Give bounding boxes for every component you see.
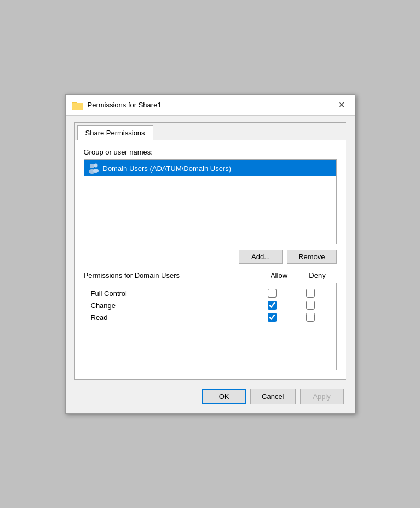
ok-button[interactable]: OK xyxy=(202,389,246,404)
svg-point-6 xyxy=(93,169,99,173)
permissions-for-label: Permissions for Domain Users xyxy=(84,271,260,279)
change-allow-cell xyxy=(253,301,291,310)
svg-rect-2 xyxy=(72,103,83,110)
group-label: Group or user names: xyxy=(84,148,337,156)
perm-row-change: Change xyxy=(91,301,330,310)
perm-row-full-control: Full Control xyxy=(91,289,330,298)
read-allow-checkbox[interactable] xyxy=(268,313,277,322)
add-remove-row: Add... Remove xyxy=(84,250,337,264)
tab-container: Share Permissions Group or user names: xyxy=(74,122,346,380)
deny-column-header: Deny xyxy=(298,271,337,279)
dialog-title: Permissions for Share1 xyxy=(88,101,162,109)
svg-point-5 xyxy=(94,164,97,168)
add-button[interactable]: Add... xyxy=(239,250,283,264)
title-bar: Permissions for Share1 ✕ xyxy=(66,95,355,116)
user-item-label: Domain Users (ADATUM\Domain Users) xyxy=(103,164,232,173)
perm-label-read: Read xyxy=(91,313,253,322)
list-item[interactable]: Domain Users (ADATUM\Domain Users) xyxy=(84,160,336,176)
tab-content: Group or user names: xyxy=(75,140,346,379)
remove-button[interactable]: Remove xyxy=(287,250,336,264)
full-control-allow-checkbox[interactable] xyxy=(268,289,277,298)
cancel-button[interactable]: Cancel xyxy=(250,389,295,404)
permissions-dialog: Permissions for Share1 ✕ Share Permissio… xyxy=(65,94,355,414)
allow-column-header: Allow xyxy=(260,271,298,279)
tab-header: Share Permissions xyxy=(75,123,346,140)
read-deny-cell xyxy=(291,313,330,322)
folder-icon xyxy=(72,100,83,110)
full-control-deny-checkbox[interactable] xyxy=(306,289,315,298)
permissions-header: Permissions for Domain Users Allow Deny xyxy=(84,271,337,279)
full-control-deny-cell xyxy=(291,289,330,298)
change-deny-checkbox[interactable] xyxy=(306,301,315,310)
change-deny-cell xyxy=(291,301,330,310)
bottom-buttons: OK Cancel Apply xyxy=(74,389,346,404)
change-allow-checkbox[interactable] xyxy=(268,301,277,310)
tab-share-permissions[interactable]: Share Permissions xyxy=(77,125,153,140)
permissions-table: Full Control Change xyxy=(84,283,337,370)
dialog-body: Share Permissions Group or user names: xyxy=(66,116,355,413)
perm-row-read: Read xyxy=(91,313,330,322)
user-list[interactable]: Domain Users (ADATUM\Domain Users) xyxy=(84,159,337,244)
close-button[interactable]: ✕ xyxy=(335,99,348,112)
title-bar-left: Permissions for Share1 xyxy=(72,100,162,110)
full-control-allow-cell xyxy=(253,289,291,298)
read-allow-cell xyxy=(253,313,291,322)
apply-button[interactable]: Apply xyxy=(300,389,344,404)
perm-label-change: Change xyxy=(91,301,253,310)
users-icon xyxy=(88,162,100,174)
read-deny-checkbox[interactable] xyxy=(306,313,315,322)
svg-point-3 xyxy=(90,164,94,168)
perm-label-full-control: Full Control xyxy=(91,289,253,298)
